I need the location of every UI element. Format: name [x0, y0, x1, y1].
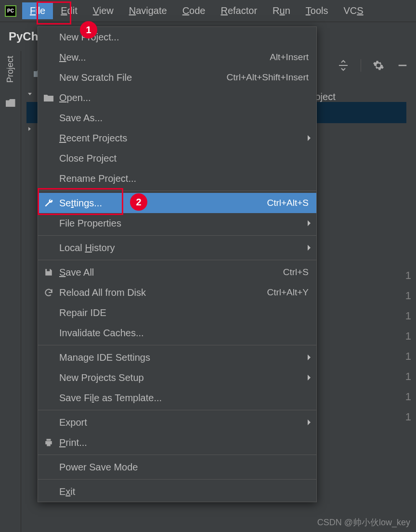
separator [361, 59, 361, 72]
menu-tools[interactable]: Tools [298, 2, 336, 19]
menu-item-label: Close Project [59, 153, 309, 164]
menu-separator [38, 235, 316, 236]
menu-shortcut: Ctrl+Alt+S [267, 198, 309, 208]
chevron-right-icon[interactable] [26, 125, 34, 133]
menu-item-label: Save All [59, 267, 283, 278]
menubar: FileEditViewNavigateCodeRefactorRunTools… [0, 0, 416, 22]
line-number: 1 [405, 411, 411, 423]
menu-item-local-history[interactable]: Local History [38, 238, 316, 258]
line-number: 1 [405, 391, 411, 403]
menu-item-recent-projects[interactable]: Recent Projects [38, 128, 316, 148]
editor-gutter: 11111111 [405, 269, 411, 423]
menu-item-label: Recent Projects [59, 133, 309, 144]
line-number: 1 [405, 310, 411, 322]
annotation-number: 1 [86, 25, 91, 36]
menu-item-label: Save File as Template... [59, 393, 309, 404]
menu-separator [38, 345, 316, 345]
menu-item-manage-ide-settings[interactable]: Manage IDE Settings [38, 347, 316, 367]
line-number: 1 [405, 350, 411, 363]
chevron-right-icon [307, 135, 312, 141]
menu-item-label: New... [59, 52, 270, 63]
menu-item-power-save-mode[interactable]: Power Save Mode [38, 457, 316, 477]
menu-separator [38, 410, 316, 410]
menu-item-label: Save As... [59, 113, 309, 124]
annotation-number: 2 [136, 197, 141, 208]
menu-view[interactable]: View [85, 2, 121, 19]
project-toolbar [337, 59, 409, 72]
chevron-right-icon [307, 419, 312, 426]
menu-item-save-all[interactable]: Save AllCtrl+S [38, 262, 316, 282]
menu-item-label: Local History [59, 242, 309, 253]
menu-item-label: Open... [59, 92, 309, 103]
menu-item-label: Reload All from Disk [59, 287, 267, 298]
save-icon [38, 268, 59, 277]
app-icon [5, 5, 16, 17]
menu-item-label: Invalidate Caches... [59, 328, 309, 339]
menu-item-label: New Projects Setup [59, 372, 309, 383]
chevron-right-icon [307, 244, 312, 251]
menu-item-exit[interactable]: Exit [38, 481, 316, 502]
app-title-fragment: PyCh [9, 30, 38, 43]
menu-item-print[interactable]: Print... [38, 432, 316, 453]
folder-icon [38, 94, 59, 101]
menu-item-label: Manage IDE Settings [59, 352, 309, 363]
annotation-bubble-2: 2 [130, 193, 147, 211]
menu-file[interactable]: File [22, 2, 53, 19]
project-toolwindow-tab[interactable]: Project [5, 56, 15, 83]
folder-icon[interactable] [6, 99, 15, 107]
menu-item-repair-ide[interactable]: Repair IDE [38, 303, 316, 323]
menu-separator [38, 190, 316, 191]
menu-item-open[interactable]: Open... [38, 88, 316, 108]
menu-item-save-as[interactable]: Save As... [38, 108, 316, 128]
menu-item-label: New Scratch File [59, 72, 226, 83]
menu-item-label: Exit [59, 486, 309, 497]
menu-item-label: File Properties [59, 218, 309, 229]
expand-icon[interactable] [337, 59, 350, 72]
file-menu-dropdown: New Project...New...Alt+InsertNew Scratc… [38, 26, 317, 502]
menu-item-label: Settings... [59, 198, 267, 209]
menu-vcs[interactable]: VCS [336, 2, 371, 19]
menu-item-invalidate-caches[interactable]: Invalidate Caches... [38, 323, 316, 343]
menu-item-close-project[interactable]: Close Project [38, 148, 316, 168]
menu-item-export[interactable]: Export [38, 412, 316, 432]
menu-navigate[interactable]: Navigate [121, 2, 175, 19]
menu-item-new-scratch-file[interactable]: New Scratch FileCtrl+Alt+Shift+Insert [38, 67, 316, 88]
menu-item-label: Export [59, 417, 309, 428]
menu-shortcut: Ctrl+S [283, 267, 309, 278]
menu-item-label: Print... [59, 437, 309, 448]
menu-item-settings[interactable]: Settings...Ctrl+Alt+S [38, 193, 316, 213]
menu-item-label: New Project... [59, 32, 309, 43]
menu-item-new-projects-setup[interactable]: New Projects Setup [38, 367, 316, 388]
menu-separator [38, 455, 316, 455]
print-icon [38, 438, 59, 447]
menu-run[interactable]: Run [265, 2, 298, 19]
minimize-icon[interactable] [396, 59, 409, 72]
menu-item-new[interactable]: New...Alt+Insert [38, 47, 316, 67]
chevron-right-icon [307, 374, 312, 381]
menu-item-label: Rename Project... [59, 173, 309, 184]
menu-shortcut: Ctrl+Alt+Y [267, 287, 309, 298]
menu-item-file-properties[interactable]: File Properties [38, 213, 316, 233]
menu-item-rename-project[interactable]: Rename Project... [38, 168, 316, 189]
chevron-right-icon [307, 220, 312, 227]
menu-item-save-file-as-template[interactable]: Save File as Template... [38, 388, 316, 408]
wrench-icon [38, 198, 59, 208]
menu-item-label: Power Save Mode [59, 462, 309, 473]
menu-separator [38, 479, 316, 480]
menu-edit[interactable]: Edit [53, 2, 85, 19]
tool-window-strip: Project [0, 51, 21, 532]
chevron-right-icon [307, 354, 312, 361]
line-number: 1 [405, 330, 411, 342]
gear-icon[interactable] [372, 59, 385, 72]
menu-refactor[interactable]: Refactor [213, 2, 265, 19]
line-number: 1 [405, 290, 411, 302]
line-number: 1 [405, 370, 411, 383]
menu-code[interactable]: Code [175, 2, 213, 19]
menu-shortcut: Ctrl+Alt+Shift+Insert [226, 72, 309, 83]
line-number: 1 [405, 269, 411, 282]
menu-item-reload-all-from-disk[interactable]: Reload All from DiskCtrl+Alt+Y [38, 282, 316, 303]
watermark: CSDN @帅小伙low_key [317, 517, 410, 528]
menu-shortcut: Alt+Insert [270, 52, 309, 63]
chevron-down-icon[interactable] [26, 90, 34, 98]
menu-separator [38, 260, 316, 260]
